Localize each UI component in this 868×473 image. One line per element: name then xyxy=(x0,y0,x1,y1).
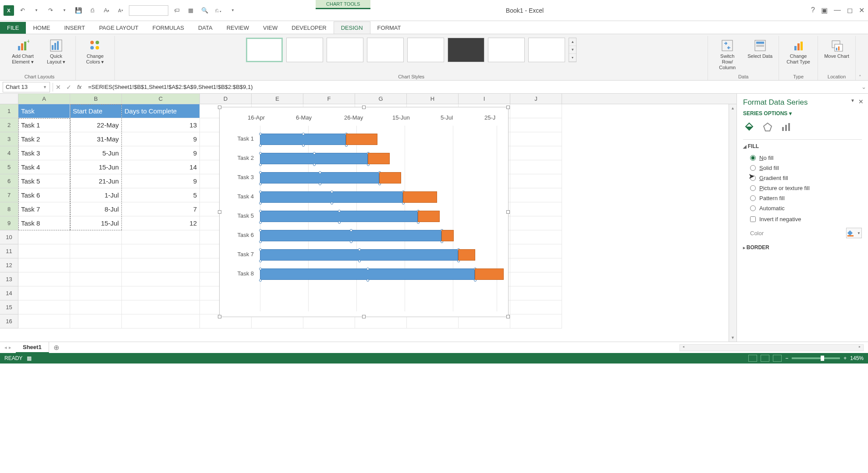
row-header-15[interactable]: 15 xyxy=(0,300,18,314)
column-header-J[interactable]: J xyxy=(510,94,562,104)
cell-B6[interactable]: 21-Jun xyxy=(70,174,122,188)
select-data-button[interactable]: Select Data xyxy=(746,38,774,60)
cell-B16[interactable] xyxy=(70,314,122,328)
cell-C6[interactable]: 9 xyxy=(122,174,200,188)
cell-B1[interactable]: Start Date xyxy=(70,104,122,118)
font-decrease-button[interactable]: A▾ xyxy=(115,5,126,16)
macro-record-icon[interactable]: ▦ xyxy=(27,355,32,361)
column-header-I[interactable]: I xyxy=(459,94,510,104)
minimize-button[interactable]: — xyxy=(834,6,841,14)
cell-J10[interactable] xyxy=(510,230,562,244)
bar-series1[interactable] xyxy=(260,249,458,261)
qat-btn-8[interactable]: ▦ xyxy=(185,5,196,16)
tab-review[interactable]: REVIEW xyxy=(220,22,256,34)
bar-series2[interactable] xyxy=(368,153,390,164)
fill-option-no-fill[interactable]: No fill xyxy=(743,153,862,163)
chart-style-5[interactable] xyxy=(407,38,444,62)
cell-C4[interactable]: 9 xyxy=(122,146,200,160)
cell-J13[interactable] xyxy=(510,272,562,286)
column-header-F[interactable]: F xyxy=(303,94,355,104)
border-section-header[interactable]: BORDER xyxy=(743,244,862,251)
cell-J9[interactable] xyxy=(510,216,562,230)
tab-home[interactable]: HOME xyxy=(26,22,57,34)
cell-C2[interactable]: 13 xyxy=(122,118,200,132)
expand-formula-bar[interactable]: ⌄ xyxy=(859,84,868,90)
row-header-13[interactable]: 13 xyxy=(0,272,18,286)
formula-enter[interactable]: ✓ xyxy=(64,82,74,92)
column-header-E[interactable]: E xyxy=(252,94,303,104)
cell-A3[interactable]: Task 2 xyxy=(18,132,70,146)
cell-J4[interactable] xyxy=(510,146,562,160)
gallery-expand[interactable]: ▾ xyxy=(569,54,576,62)
change-chart-type-button[interactable]: Change Chart Type xyxy=(783,38,813,66)
bar-series2[interactable] xyxy=(475,268,504,280)
cell-J8[interactable] xyxy=(510,202,562,216)
restore-button[interactable]: ◻ xyxy=(847,6,853,14)
cell-C11[interactable] xyxy=(122,244,200,258)
bar-series1[interactable] xyxy=(260,230,441,241)
column-header-G[interactable]: G xyxy=(355,94,407,104)
cell-J6[interactable] xyxy=(510,174,562,188)
cell-C12[interactable] xyxy=(122,258,200,272)
cell-J3[interactable] xyxy=(510,132,562,146)
row-header-5[interactable]: 5 xyxy=(0,160,18,174)
cell-A13[interactable] xyxy=(18,272,70,286)
collapse-ribbon[interactable]: ˄ xyxy=(856,36,864,80)
cell-C10[interactable] xyxy=(122,230,200,244)
tab-insert[interactable]: INSERT xyxy=(57,22,92,34)
cell-A7[interactable]: Task 6 xyxy=(18,188,70,202)
chart-style-1[interactable] xyxy=(246,38,283,62)
cell-B5[interactable]: 15-Jun xyxy=(70,160,122,174)
bar-series1[interactable] xyxy=(260,153,368,164)
redo-button[interactable]: ↷ xyxy=(45,5,56,16)
cell-J1[interactable] xyxy=(510,104,562,118)
bar-series1[interactable] xyxy=(260,172,379,184)
bar-series2[interactable] xyxy=(458,249,475,261)
tab-page-layout[interactable]: PAGE LAYOUT xyxy=(92,22,146,34)
cell-A9[interactable]: Task 8 xyxy=(18,216,70,230)
move-chart-button[interactable]: Move Chart xyxy=(822,38,851,60)
cell-A10[interactable] xyxy=(18,230,70,244)
row-header-10[interactable]: 10 xyxy=(0,230,18,244)
fill-option-automatic[interactable]: Automatic xyxy=(743,203,862,213)
cell-A15[interactable] xyxy=(18,300,70,314)
column-header-D[interactable]: D xyxy=(200,94,252,104)
zoom-in-button[interactable]: + xyxy=(843,355,847,361)
series-options-dropdown[interactable]: SERIES OPTIONS ▾ xyxy=(743,110,862,116)
cell-C14[interactable] xyxy=(122,286,200,300)
fill-section-header[interactable]: FILL xyxy=(743,143,862,149)
help-button[interactable]: ? xyxy=(811,6,815,14)
row-header-6[interactable]: 6 xyxy=(0,174,18,188)
tab-file[interactable]: FILE xyxy=(0,22,26,34)
fill-color-picker[interactable]: ▼ xyxy=(846,228,862,238)
cell-J14[interactable] xyxy=(510,286,562,300)
cell-B11[interactable] xyxy=(70,244,122,258)
bar-series2[interactable] xyxy=(379,172,401,184)
row-header-16[interactable]: 16 xyxy=(0,314,18,328)
row-header-9[interactable]: 9 xyxy=(0,216,18,230)
qat-btn-4[interactable]: ⎙ xyxy=(87,5,98,16)
fill-option-gradient-fill[interactable]: Gradient fill xyxy=(743,173,862,183)
cell-A4[interactable]: Task 3 xyxy=(18,146,70,160)
row-header-8[interactable]: 8 xyxy=(0,202,18,216)
tab-format[interactable]: FORMAT xyxy=(370,22,408,34)
qat-btn-10[interactable]: ⎌▾ xyxy=(213,5,224,16)
cell-A8[interactable]: Task 7 xyxy=(18,202,70,216)
save-button[interactable]: 💾 xyxy=(73,5,84,16)
chart-style-3[interactable] xyxy=(327,38,363,62)
select-all-cell[interactable] xyxy=(0,94,18,104)
qat-customize[interactable]: ▼ xyxy=(227,5,238,16)
bar-series1[interactable] xyxy=(260,211,418,222)
ribbon-display-options[interactable]: ▣ xyxy=(821,6,828,14)
qat-font-combo[interactable] xyxy=(129,5,168,16)
qat-btn-9[interactable]: 🔍 xyxy=(199,5,210,16)
bar-series2[interactable] xyxy=(418,211,440,222)
chart-style-6[interactable] xyxy=(448,38,484,62)
cell-B12[interactable] xyxy=(70,258,122,272)
switch-row-column-button[interactable]: Switch Row/ Column xyxy=(712,38,742,72)
bar-series1[interactable] xyxy=(260,191,403,203)
gallery-scroll-down[interactable]: ▼ xyxy=(569,46,576,54)
normal-view-button[interactable] xyxy=(748,355,757,362)
worksheet-grid[interactable]: ABCDEFGHIJ 1TaskStart DateDays to Comple… xyxy=(0,94,736,342)
sheet-nav-next[interactable]: ▸ xyxy=(9,345,11,350)
